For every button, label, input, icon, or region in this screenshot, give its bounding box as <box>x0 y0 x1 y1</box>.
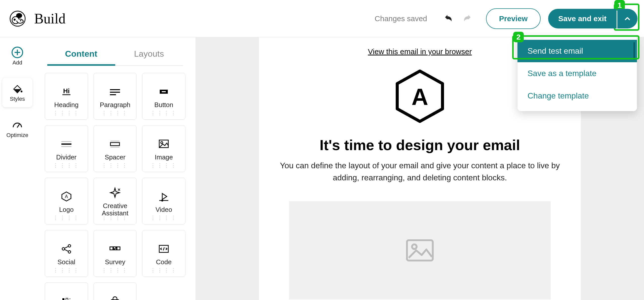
save-status-text: Changes saved <box>375 14 427 23</box>
rail-add[interactable]: Add <box>0 45 35 67</box>
block-label: Video <box>155 206 172 213</box>
drag-handle-icon: ⋮⋮⋮⋮ <box>101 110 129 116</box>
drag-handle-icon: ⋮⋮⋮⋮ <box>53 162 80 169</box>
gauge-icon <box>11 119 23 131</box>
svg-point-51 <box>412 244 417 249</box>
block-button[interactable]: Button⋮⋮⋮⋮ <box>142 73 185 120</box>
block-label: Logo <box>59 206 74 213</box>
block-code[interactable]: Code⋮⋮⋮⋮ <box>142 230 185 277</box>
svg-point-32 <box>62 248 65 250</box>
panel-tabs: Content Layouts <box>35 37 195 66</box>
block-heading[interactable]: HiHeading⋮⋮⋮⋮ <box>45 73 88 120</box>
block-label: Code <box>156 258 172 266</box>
svg-line-36 <box>64 249 68 251</box>
block-apps[interactable]: Apps⋮⋮⋮⋮ <box>45 282 88 300</box>
svg-point-34 <box>68 251 71 253</box>
block-spacer[interactable]: Spacer⋮⋮⋮⋮ <box>94 125 137 172</box>
svg-text:Hi: Hi <box>63 87 70 95</box>
block-label: Heading <box>54 101 78 109</box>
page-title: Build <box>34 11 65 27</box>
product-icon <box>108 294 122 300</box>
svg-rect-20 <box>110 143 119 146</box>
rail-add-label: Add <box>12 59 22 66</box>
save-options-dropdown-toggle[interactable] <box>617 9 637 28</box>
svg-marker-29 <box>162 193 167 199</box>
block-label: Spacer <box>105 154 125 161</box>
rail-styles-label: Styles <box>10 96 25 102</box>
block-label: Button <box>154 101 173 109</box>
svg-rect-37 <box>110 247 113 250</box>
image-icon <box>157 137 171 152</box>
survey-icon <box>108 241 122 256</box>
svg-point-8 <box>21 90 22 92</box>
block-sparkle[interactable]: Creative Assistant⋮⋮⋮⋮ <box>94 178 137 224</box>
drag-handle-icon: ⋮⋮⋮⋮ <box>53 267 80 274</box>
svg-rect-50 <box>407 240 433 261</box>
drag-handle-icon: ⋮⋮⋮⋮ <box>101 267 129 274</box>
spacer-icon <box>108 137 122 152</box>
video-icon <box>157 189 171 204</box>
view-in-browser-link[interactable]: View this email in your browser <box>368 47 472 56</box>
svg-point-33 <box>68 245 71 247</box>
drag-handle-icon: ⋮⋮⋮⋮ <box>101 215 129 221</box>
paragraph-icon <box>108 84 122 99</box>
top-bar: Build Changes saved Preview Save and exi… <box>0 0 644 37</box>
rail-optimize[interactable]: Optimize <box>0 118 35 140</box>
block-label: Image <box>155 154 173 161</box>
rail-optimize-label: Optimize <box>7 132 28 139</box>
block-logo[interactable]: ALogo⋮⋮⋮⋮ <box>45 178 88 224</box>
image-placeholder[interactable] <box>289 201 551 299</box>
block-label: Social <box>57 258 75 266</box>
button-icon <box>157 84 171 99</box>
block-label: Divider <box>56 154 76 161</box>
block-image[interactable]: Image⋮⋮⋮⋮ <box>142 125 185 172</box>
block-share[interactable]: Social⋮⋮⋮⋮ <box>45 230 88 277</box>
redo-button[interactable] <box>461 13 473 25</box>
svg-rect-42 <box>66 298 68 300</box>
paint-bucket-icon <box>11 83 23 95</box>
svg-text:A: A <box>65 194 68 199</box>
svg-point-3 <box>14 19 16 21</box>
sparkle-icon <box>108 185 122 200</box>
tab-layouts[interactable]: Layouts <box>115 45 183 66</box>
drag-handle-icon: ⋮⋮⋮⋮ <box>150 267 177 274</box>
blocks-grid: HiHeading⋮⋮⋮⋮Paragraph⋮⋮⋮⋮Button⋮⋮⋮⋮Divi… <box>35 66 195 300</box>
drag-handle-icon: ⋮⋮⋮⋮ <box>150 215 177 221</box>
svg-rect-16 <box>162 91 166 92</box>
svg-line-9 <box>17 124 19 127</box>
drag-handle-icon: ⋮⋮⋮⋮ <box>53 215 80 221</box>
left-rail: Add Styles Optimize <box>0 37 35 300</box>
save-and-exit-button[interactable]: Save and exit <box>548 9 617 28</box>
svg-rect-45 <box>69 298 70 299</box>
block-label: Survey <box>105 258 125 266</box>
svg-point-4 <box>20 20 21 21</box>
mailchimp-logo-icon <box>9 10 27 28</box>
tab-content[interactable]: Content <box>47 45 115 66</box>
block-divider[interactable]: Divider⋮⋮⋮⋮ <box>45 125 88 172</box>
email-sub-text: You can define the layout of your email … <box>279 159 561 184</box>
menu-item-change-template[interactable]: Change template <box>517 85 637 107</box>
drag-handle-icon: ⋮⋮⋮⋮ <box>53 110 80 116</box>
rail-styles[interactable]: Styles <box>2 78 32 107</box>
svg-line-35 <box>64 246 68 248</box>
svg-point-31 <box>161 199 163 202</box>
code-icon <box>157 241 171 256</box>
divider-icon <box>59 137 73 152</box>
svg-rect-39 <box>117 247 120 250</box>
block-survey[interactable]: Survey⋮⋮⋮⋮ <box>94 230 137 277</box>
block-paragraph[interactable]: Paragraph⋮⋮⋮⋮ <box>94 73 137 120</box>
email-heading: It's time to design your email <box>320 137 520 153</box>
block-video[interactable]: Video⋮⋮⋮⋮ <box>142 178 185 224</box>
block-product[interactable]: Product⋮⋮⋮⋮ <box>94 282 137 300</box>
svg-text:A: A <box>412 84 428 110</box>
menu-item-send-test-email[interactable]: Send test email <box>517 40 637 62</box>
preview-button[interactable]: Preview <box>486 8 541 29</box>
svg-point-24 <box>161 142 163 144</box>
menu-item-save-as-template[interactable]: Save as a template <box>517 62 637 85</box>
plus-circle-icon <box>11 46 23 58</box>
undo-button[interactable] <box>443 13 455 25</box>
heading-icon: Hi <box>59 84 73 99</box>
save-options-menu: Send test email Save as a template Chang… <box>517 36 637 111</box>
share-icon <box>59 241 73 256</box>
svg-rect-41 <box>62 298 64 300</box>
